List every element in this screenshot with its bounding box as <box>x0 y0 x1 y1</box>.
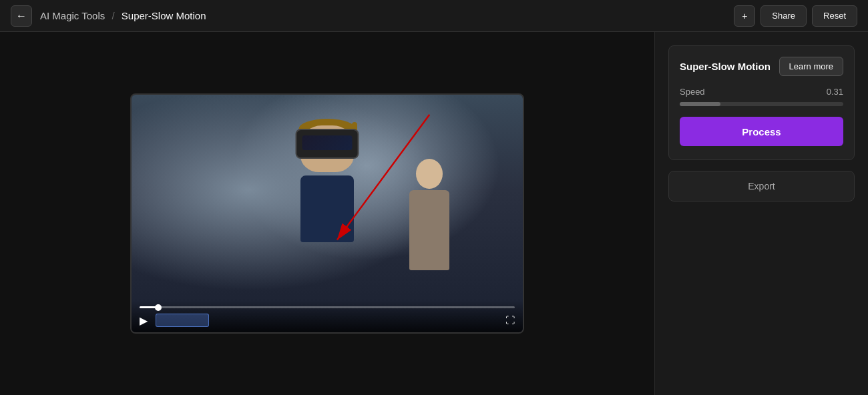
kid-face <box>300 125 354 172</box>
video-frame <box>132 95 523 332</box>
video-area: ▶ ⛶ <box>0 32 654 395</box>
kid-head <box>294 125 361 179</box>
progress-bar[interactable] <box>140 306 515 308</box>
speed-slider-fill <box>680 102 720 106</box>
kid-body <box>300 175 354 242</box>
header: ← AI Magic Tools / Super-Slow Motion + S… <box>0 0 868 32</box>
breadcrumb-current: Super-Slow Motion <box>122 10 206 21</box>
export-card: Export <box>668 171 855 202</box>
speed-row: Speed 0.31 <box>680 87 843 97</box>
kid-figure <box>260 125 394 292</box>
learn-more-button[interactable]: Learn more <box>779 57 843 76</box>
vr-visor <box>302 135 353 150</box>
adult-figure <box>403 159 456 292</box>
breadcrumb-root: AI Magic Tools <box>40 10 105 21</box>
main-content: ▶ ⛶ Super-Slow Motion Learn more Speed 0… <box>0 32 868 395</box>
header-left: ← AI Magic Tools / Super-Slow Motion <box>11 5 206 27</box>
controls-left: ▶ <box>140 314 209 327</box>
speed-slider[interactable] <box>680 102 843 106</box>
controls-row: ▶ ⛶ <box>140 314 515 327</box>
share-button[interactable]: Share <box>761 5 807 27</box>
breadcrumb: AI Magic Tools / Super-Slow Motion <box>40 10 206 21</box>
back-button[interactable]: ← <box>11 5 32 27</box>
speed-section: Speed 0.31 <box>680 87 843 106</box>
feature-title: Super-Slow Motion <box>680 61 771 72</box>
speed-label: Speed <box>680 87 705 97</box>
speed-value: 0.31 <box>827 87 843 97</box>
right-panel: Super-Slow Motion Learn more Speed 0.31 … <box>654 32 868 395</box>
progress-dot <box>155 304 162 311</box>
video-controls: ▶ ⛶ <box>132 301 523 332</box>
vr-headset <box>296 129 359 159</box>
header-right: + Share Reset <box>734 5 857 27</box>
process-button[interactable]: Process <box>680 117 843 146</box>
reset-button[interactable]: Reset <box>812 5 857 27</box>
video-container[interactable]: ▶ ⛶ <box>130 93 524 334</box>
breadcrumb-separator: / <box>112 10 114 21</box>
feature-card: Super-Slow Motion Learn more Speed 0.31 … <box>668 45 855 160</box>
mini-timeline <box>156 314 209 327</box>
adult-body <box>409 190 449 270</box>
adult-head <box>416 159 443 189</box>
export-button[interactable]: Export <box>669 171 854 201</box>
fullscreen-button[interactable]: ⛶ <box>505 315 515 326</box>
feature-card-header: Super-Slow Motion Learn more <box>680 57 843 76</box>
add-button[interactable]: + <box>734 5 755 27</box>
play-button[interactable]: ▶ <box>140 314 148 327</box>
